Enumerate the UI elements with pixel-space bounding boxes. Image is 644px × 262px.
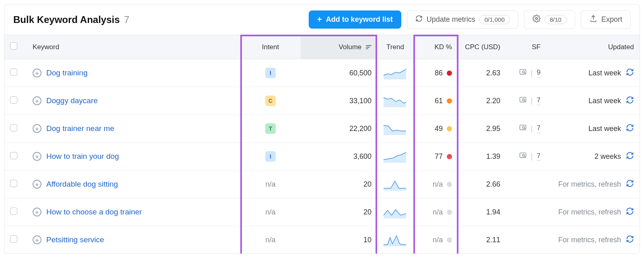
serp-features-icon[interactable] (519, 68, 527, 78)
columns-pill: 8/10 (545, 15, 567, 24)
gear-icon (533, 15, 541, 25)
table-container: Keyword Intent Volume Trend KD % CPC (US… (4, 35, 640, 254)
col-keyword[interactable]: Keyword (27, 35, 240, 59)
kd-value: n/a (433, 180, 443, 189)
expand-row-icon[interactable]: + (33, 152, 41, 161)
row-checkbox[interactable] (10, 208, 17, 215)
table-row: + Dog training I 60,500 86 2.63 |9 Last … (4, 59, 640, 87)
updated-text: Last week (588, 69, 621, 77)
volume-value: 3,600 (301, 143, 377, 171)
kd-difficulty-dot (447, 154, 452, 159)
intent-na: n/a (265, 180, 275, 188)
trend-sparkline (383, 67, 407, 79)
refresh-row-icon[interactable] (626, 124, 634, 134)
kd-value: 77 (435, 152, 443, 161)
table-header-row: Keyword Intent Volume Trend KD % CPC (US… (4, 35, 640, 59)
table-row: + Dog trainer near me T 22,200 49 2.95 |… (4, 115, 640, 143)
col-select-all[interactable] (4, 35, 27, 59)
export-button-label: Export (601, 15, 622, 24)
keyword-link[interactable]: How to train your dog (46, 152, 119, 161)
intent-badge: I (265, 151, 276, 162)
kd-value: n/a (433, 236, 443, 244)
refresh-row-icon[interactable] (626, 96, 634, 106)
update-metrics-button[interactable]: Update metrics 0/1,000 (407, 10, 518, 29)
updated-text: 2 weeks (594, 152, 621, 161)
kd-difficulty-dot (447, 210, 452, 215)
table-row: + Petsitting service n/a 10 n/a 2.11 For… (4, 226, 640, 254)
title-text: Bulk Keyword Analysis (13, 14, 120, 25)
checkbox-icon[interactable] (10, 42, 17, 50)
svg-point-4 (522, 98, 524, 100)
kd-value: 49 (435, 125, 443, 133)
refresh-row-icon[interactable] (626, 207, 634, 217)
serp-features-icon[interactable] (519, 152, 527, 162)
col-trend[interactable]: Trend (377, 35, 413, 59)
col-updated[interactable]: Updated (546, 35, 640, 59)
svg-point-0 (535, 18, 537, 20)
updated-text: Last week (588, 97, 621, 105)
trend-sparkline (383, 233, 407, 246)
refresh-row-icon[interactable] (626, 152, 634, 162)
updated-text: For metrics, refresh (558, 236, 621, 244)
serp-features-icon[interactable] (519, 124, 527, 134)
refresh-row-icon[interactable] (626, 235, 634, 245)
cpc-value: 1.94 (458, 198, 506, 226)
kd-difficulty-dot (447, 71, 452, 76)
col-cpc[interactable]: CPC (USD) (458, 35, 506, 59)
row-checkbox[interactable] (10, 235, 17, 243)
trend-sparkline (383, 178, 407, 191)
trend-sparkline (383, 94, 407, 107)
row-checkbox[interactable] (10, 180, 17, 187)
row-checkbox[interactable] (10, 152, 17, 159)
keyword-table: Keyword Intent Volume Trend KD % CPC (US… (4, 35, 640, 254)
intent-na: n/a (265, 208, 275, 216)
panel-header: Bulk Keyword Analysis 7 + Add to keyword… (4, 4, 640, 35)
keyword-link[interactable]: Affordable dog sitting (46, 180, 118, 189)
export-icon (589, 15, 597, 25)
kd-difficulty-dot (447, 182, 452, 187)
kd-difficulty-dot (447, 237, 452, 243)
update-button-label: Update metrics (427, 15, 475, 24)
keyword-link[interactable]: Doggy daycare (46, 96, 98, 105)
kd-value: 86 (435, 69, 443, 77)
svg-point-8 (522, 154, 524, 156)
export-button[interactable]: Export (581, 10, 631, 29)
column-settings-button[interactable]: 8/10 (524, 10, 575, 29)
cpc-value: 2.11 (458, 226, 506, 254)
sf-count[interactable]: 7 (537, 124, 541, 133)
refresh-row-icon[interactable] (626, 68, 634, 78)
sf-count[interactable]: 7 (537, 152, 541, 161)
expand-row-icon[interactable]: + (33, 69, 41, 77)
row-checkbox[interactable] (10, 69, 17, 76)
expand-row-icon[interactable]: + (33, 96, 41, 105)
sort-desc-icon (366, 44, 372, 50)
refresh-row-icon[interactable] (626, 179, 634, 189)
serp-features-icon[interactable] (519, 96, 527, 106)
col-volume-label: Volume (339, 43, 362, 51)
expand-row-icon[interactable]: + (33, 180, 41, 189)
keyword-link[interactable]: Dog training (46, 69, 87, 77)
keyword-link[interactable]: How to choose a dog trainer (46, 208, 142, 216)
expand-row-icon[interactable]: + (33, 208, 41, 216)
sf-count[interactable]: 9 (537, 69, 541, 77)
volume-value: 60,500 (301, 59, 377, 87)
keyword-link[interactable]: Dog trainer near me (46, 124, 114, 133)
row-checkbox[interactable] (10, 124, 17, 131)
expand-row-icon[interactable]: + (33, 124, 41, 133)
keyword-link[interactable]: Petsitting service (46, 235, 104, 244)
col-sf[interactable]: SF (506, 35, 546, 59)
sf-count[interactable]: 7 (537, 96, 541, 105)
table-row: + Doggy daycare C 33,100 61 2.20 |7 Last… (4, 87, 640, 115)
kd-value: 61 (435, 97, 443, 105)
expand-row-icon[interactable]: + (33, 235, 41, 244)
col-volume[interactable]: Volume (301, 35, 377, 59)
intent-na: n/a (265, 236, 275, 244)
row-checkbox[interactable] (10, 96, 17, 104)
kd-value: n/a (433, 208, 443, 216)
update-quota-pill: 0/1,000 (479, 15, 510, 24)
col-intent[interactable]: Intent (240, 35, 301, 59)
add-to-keyword-list-button[interactable]: + Add to keyword list (309, 10, 401, 29)
col-kd[interactable]: KD % (413, 35, 458, 59)
volume-value: 10 (301, 226, 377, 254)
cpc-value: 2.95 (458, 115, 506, 143)
